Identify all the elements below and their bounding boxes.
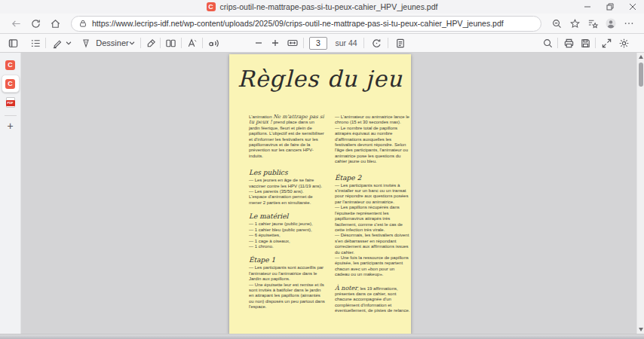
- favorites-list-icon[interactable]: [584, 15, 602, 32]
- table-of-contents-icon[interactable]: [28, 34, 43, 52]
- bullet: — L'animateur ou animatrice lance le chr…: [335, 115, 410, 126]
- note-paragraph: À noter, les 19 affirmations, présentes …: [335, 286, 410, 314]
- pdf-viewer-area: Règles du jeu L'animation Ne m'attrape p…: [21, 53, 644, 334]
- pdf-right-column: — L'animateur ou animatrice lance le chr…: [335, 115, 410, 314]
- vertical-scrollbar[interactable]: [636, 53, 644, 334]
- window-bottom-edge: [0, 334, 644, 339]
- pdf-page: Règles du jeu L'animation Ne m'attrape p…: [229, 54, 411, 334]
- gear-icon[interactable]: [615, 34, 632, 52]
- print-icon[interactable]: [561, 34, 576, 52]
- bullet: — Désormais, les festivaliers doivent s'…: [335, 233, 410, 255]
- home-icon[interactable]: [45, 15, 65, 32]
- tabstrip-divider: [5, 115, 17, 116]
- settings-menu-icon[interactable]: [620, 15, 638, 32]
- highlighter-icon[interactable]: [49, 34, 64, 52]
- bullet: — Une fois la ressource de papillons épu…: [335, 255, 410, 278]
- bullet: — 1 cahier bleu (public parent),: [249, 228, 327, 233]
- bullet: — Le nombre total de papillons attrapés …: [335, 126, 410, 165]
- tab-actions-pane-icon[interactable]: [5, 34, 21, 52]
- crips-favicon: C: [5, 79, 15, 89]
- highlighter-dropdown-chevron-icon[interactable]: [63, 34, 74, 52]
- bullet: — 1 cage à oiseaux,: [249, 239, 327, 244]
- crips-favicon: C: [5, 60, 15, 70]
- draw-button-label[interactable]: Dessiner: [94, 34, 131, 52]
- bullet: — Les participants sont accueillis par l…: [249, 265, 327, 282]
- section-heading-materiel: Le matériel: [249, 212, 327, 220]
- bullet: L'espace d'animation permet de mener 2 p…: [249, 194, 327, 206]
- profile-avatar[interactable]: [602, 15, 620, 32]
- eraser-icon[interactable]: [143, 34, 158, 52]
- two-page-view-icon[interactable]: [163, 34, 178, 52]
- bullet: — 1 chrono.: [249, 244, 327, 249]
- search-icon[interactable]: [540, 34, 555, 52]
- lock-icon[interactable]: [78, 19, 87, 28]
- address-bar[interactable]: https://www.lecrips-idf.net/wp-content/u…: [71, 16, 541, 32]
- pdf-page-title: Règles du jeu: [229, 66, 411, 92]
- active-tab-title: C crips-outil-ne-mattrape-pas-si-tu-peux…: [207, 2, 438, 11]
- draw-dropdown-chevron-icon[interactable]: [127, 34, 137, 52]
- refresh-icon[interactable]: [26, 15, 45, 32]
- zoom-indicator-icon[interactable]: [547, 15, 566, 32]
- read-aloud-icon[interactable]: [205, 34, 222, 52]
- restore-button[interactable]: [599, 0, 621, 14]
- page-count-label: sur 44: [332, 34, 360, 52]
- vertical-tab-2-active[interactable]: C: [2, 75, 20, 93]
- page-number-field[interactable]: [308, 34, 329, 52]
- zoom-out-icon[interactable]: [252, 34, 265, 52]
- section-heading-etape2: Étape 2: [335, 174, 410, 182]
- bullet: — Les parents (35/50 ans).: [249, 189, 327, 194]
- rotate-icon[interactable]: [368, 34, 385, 52]
- favorite-star-icon[interactable]: [566, 15, 584, 32]
- browser-toolbar: https://www.lecrips-idf.net/wp-content/u…: [0, 14, 644, 34]
- page-number-input[interactable]: [309, 37, 327, 50]
- save-icon[interactable]: [578, 34, 593, 52]
- window-titlebar: C crips-outil-ne-mattrape-pas-si-tu-peux…: [0, 0, 644, 14]
- back-icon[interactable]: [6, 15, 26, 32]
- bullet: — Les jeunes en âge de se faire vacciner…: [249, 178, 327, 189]
- scrollbar-thumb[interactable]: [639, 63, 643, 87]
- fullscreen-icon[interactable]: [599, 34, 614, 52]
- vertical-tab-strip: C C PDF +: [0, 53, 21, 334]
- intro-paragraph: L'animation Ne m'attrape pas si tu peux …: [249, 115, 327, 159]
- zoom-in-icon[interactable]: [268, 34, 282, 52]
- fit-to-width-icon[interactable]: [285, 34, 300, 52]
- site-favicon: C: [207, 2, 216, 11]
- bullet: — Les papillons récupérés dans l'épuiset…: [335, 205, 410, 233]
- page-view-icon[interactable]: [391, 34, 408, 52]
- section-heading-etape1: Étape 1: [249, 256, 327, 264]
- scroll-up-arrow-icon[interactable]: [639, 55, 643, 59]
- minimize-button[interactable]: [576, 0, 599, 14]
- close-button[interactable]: [621, 0, 644, 14]
- draw-pen-icon[interactable]: [79, 34, 93, 52]
- new-tab-button[interactable]: +: [3, 118, 18, 133]
- bullet: — Les participants sont invités à s'inst…: [335, 183, 410, 206]
- pdf-left-column: L'animation Ne m'attrape pas si tu peux …: [249, 115, 327, 310]
- url-text: https://www.lecrips-idf.net/wp-content/u…: [92, 19, 504, 28]
- section-heading-publics: Les publics: [249, 169, 327, 176]
- bullet: — 1 cahier jaune (public jeune),: [249, 221, 327, 227]
- add-text-icon[interactable]: [184, 34, 199, 52]
- vertical-tab-3-pdf[interactable]: PDF: [2, 94, 20, 111]
- vertical-tab-1[interactable]: C: [2, 56, 20, 73]
- pdf-toolbar: Dessiner sur 44: [0, 34, 644, 53]
- bullet: — Une épuisette leur est remise et ils s…: [249, 282, 327, 310]
- scroll-down-arrow-icon[interactable]: [639, 328, 643, 331]
- bullet: — 6 épuisettes,: [249, 233, 327, 238]
- pdf-file-icon: PDF: [6, 97, 15, 108]
- tab-title-text: crips-outil-ne-mattrape-pas-si-tu-peux-c…: [220, 2, 438, 11]
